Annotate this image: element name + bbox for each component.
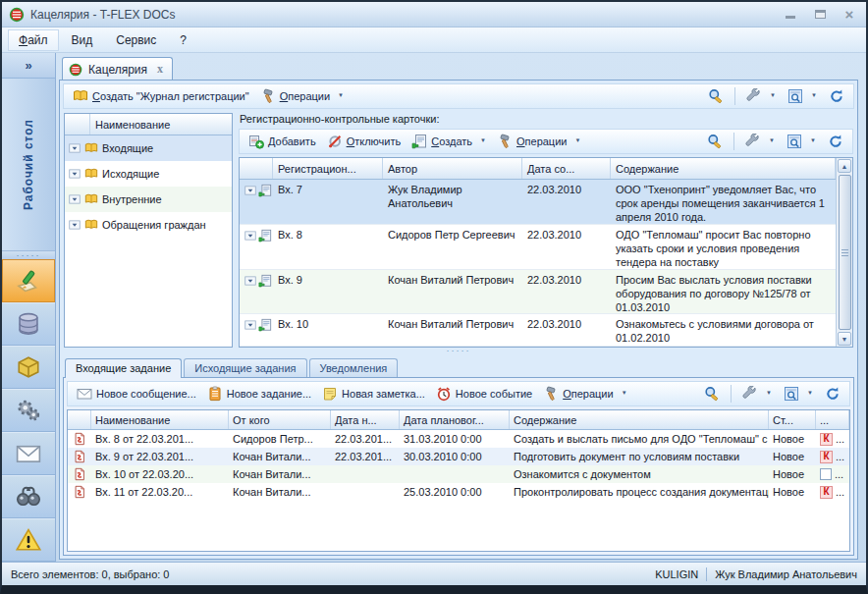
preview-button[interactable] (780, 384, 817, 404)
status-summary: Всего элементов: 0, выбрано: 0 (11, 568, 170, 580)
tasks-operations-button[interactable]: Операции (539, 384, 630, 404)
more-ellipsis[interactable]: ... (836, 433, 844, 445)
row-combo-icon[interactable] (244, 230, 256, 242)
new-note-button[interactable]: Новая заметка... (318, 384, 429, 404)
header-reg-column[interactable]: Регистрацион... (273, 158, 383, 179)
row-combo-icon[interactable] (244, 319, 256, 331)
scroll-up-icon[interactable]: ▲ (838, 159, 851, 173)
menu-file[interactable]: Файл (8, 29, 59, 51)
sidebar-button-database[interactable] (2, 302, 55, 346)
disconnect-button[interactable]: Отключить (323, 132, 406, 151)
task-name: Вх. 11 от 22.03.20... (91, 486, 229, 498)
refresh-button[interactable] (824, 132, 847, 151)
new-message-button[interactable]: Новое сообщение... (73, 384, 200, 404)
operations-menu-button[interactable]: Операции (256, 86, 348, 106)
customize-button[interactable] (741, 132, 779, 151)
header-date-plan-column[interactable]: Дата плановог... (400, 410, 510, 429)
tab-kacelyaria[interactable]: Кацелярия x (62, 57, 173, 81)
card-reg: Вх. 9 (273, 270, 383, 314)
document-tabstrip: Кацелярия x (59, 55, 858, 80)
sidebar-button-search[interactable] (2, 475, 55, 518)
new-task-button[interactable]: Новое задание... (203, 384, 315, 404)
user-search-button[interactable] (703, 132, 727, 151)
minimize-button[interactable] (784, 9, 797, 21)
menu-view[interactable]: Вид (61, 29, 104, 51)
sidebar-button-desktop[interactable] (2, 259, 55, 302)
header-date-column[interactable]: Дата со... (522, 158, 611, 179)
header-name-column[interactable]: Наименование (91, 410, 229, 429)
refresh-button[interactable] (825, 86, 848, 106)
tab-outgoing-tasks[interactable]: Исходящие задания (184, 358, 306, 378)
checkbox-icon[interactable] (820, 468, 832, 480)
tree-header-name-column[interactable]: Наименование (90, 114, 232, 135)
add-button[interactable]: Добавить (244, 132, 320, 151)
task-from: Сидоров Петр... (229, 433, 331, 445)
scroll-down-icon[interactable]: ▼ (838, 332, 851, 346)
sidebar-button-alerts[interactable] (2, 518, 55, 562)
menu-help[interactable]: ? (169, 29, 197, 51)
tree-item-citizens[interactable]: Обращения граждан (65, 212, 232, 238)
combo-dropdown-icon[interactable] (69, 193, 81, 205)
refresh-button[interactable] (821, 384, 844, 404)
tree-item-incoming[interactable]: Входящие (65, 135, 232, 161)
header-from-column[interactable]: От кого (229, 410, 331, 429)
combo-dropdown-icon[interactable] (69, 219, 81, 231)
header-icon-column[interactable] (68, 410, 91, 429)
create-journal-button[interactable]: Создать "Журнал регистрации" (69, 86, 253, 106)
header-content-column[interactable]: Содержание (510, 410, 769, 429)
more-ellipsis[interactable]: ... (836, 486, 844, 498)
row-combo-icon[interactable] (244, 185, 256, 196)
row-combo-icon[interactable] (244, 275, 256, 287)
task-row[interactable]: Вх. 11 от 22.03.20... Кочан Витали... 25… (68, 483, 849, 501)
card-row[interactable]: Вх. 10 Кочан Виталий Петрович 22.03.2010… (240, 314, 836, 347)
header-author-column[interactable]: Автор (383, 158, 522, 179)
header-more-column[interactable]: ... (816, 410, 849, 429)
tab-incoming-tasks[interactable]: Входящие задание (65, 358, 182, 378)
customize-button[interactable] (738, 384, 776, 404)
cards-operations-button[interactable]: Операции (493, 132, 584, 151)
header-status-column[interactable]: Ст... (769, 410, 816, 429)
cards-scrollbar[interactable]: ▲ ▼ (836, 158, 852, 347)
card-content: ОДО "Тепломаш" просит Вас повторно указа… (611, 225, 836, 269)
preview-button[interactable] (783, 132, 820, 151)
create-card-button[interactable]: Создать (407, 132, 490, 151)
sidebar-button-mail[interactable] (2, 432, 55, 475)
header-content-column[interactable]: Содержание (611, 158, 836, 179)
menu-service[interactable]: Сервис (105, 29, 167, 51)
tree-item-internal[interactable]: Внутренние (65, 187, 232, 212)
tab-close-icon[interactable]: x (157, 62, 163, 77)
tree-header-icon-column[interactable] (65, 114, 90, 135)
tab-notifications[interactable]: Уведомления (309, 358, 399, 378)
horizontal-splitter[interactable]: ····· (63, 348, 854, 354)
user-search-button[interactable] (704, 86, 728, 106)
tree-item-outgoing[interactable]: Исходящие (65, 161, 232, 187)
tab-content-panel: Создать "Журнал регистрации" Операции (59, 80, 858, 560)
sidebar-button-settings[interactable] (2, 389, 55, 432)
sidebar-expand-button[interactable]: » (2, 53, 55, 79)
task-document-icon (73, 485, 86, 499)
card-row[interactable]: Вх. 8 Сидоров Петр Сергеевич 22.03.2010 … (240, 225, 836, 270)
task-row[interactable]: Вх. 9 от 22.03.201... Кочан Витали... 22… (68, 448, 849, 465)
close-button[interactable]: × (842, 9, 856, 21)
sidebar-splitter[interactable]: ····· (2, 251, 55, 259)
header-date-start-column[interactable]: Дата н... (331, 410, 400, 429)
sidebar-button-package[interactable] (2, 346, 55, 389)
maximize-button[interactable] (813, 9, 827, 21)
tasks-grid-header: Наименование От кого Дата н... Дата план… (68, 410, 849, 430)
card-row[interactable]: Вх. 7 Жук Владимир Анатольевич 22.03.201… (240, 180, 836, 225)
card-row[interactable]: Вх. 9 Кочан Виталий Петрович 22.03.2010 … (240, 270, 836, 315)
more-ellipsis[interactable]: ... (835, 468, 843, 480)
more-ellipsis[interactable]: ... (836, 451, 844, 462)
task-row[interactable]: Вх. 8 от 22.03.201... Сидоров Петр... 22… (68, 430, 849, 448)
preview-button[interactable] (784, 86, 821, 106)
new-event-button[interactable]: Новое событие (432, 384, 536, 404)
header-icon-column[interactable] (240, 158, 273, 179)
combo-dropdown-icon[interactable] (69, 168, 81, 180)
task-row[interactable]: Вх. 10 от 22.03.20... Кочан Витали... Оз… (68, 465, 849, 483)
combo-dropdown-icon[interactable] (69, 142, 81, 154)
tasks-toolbar: Новое сообщение... Новое задание... Нова… (67, 381, 850, 406)
customize-button[interactable] (742, 86, 780, 106)
desktop-panel[interactable]: Рабочий стол (2, 79, 55, 251)
scroll-thumb[interactable] (839, 175, 851, 330)
user-search-button[interactable] (700, 384, 724, 404)
